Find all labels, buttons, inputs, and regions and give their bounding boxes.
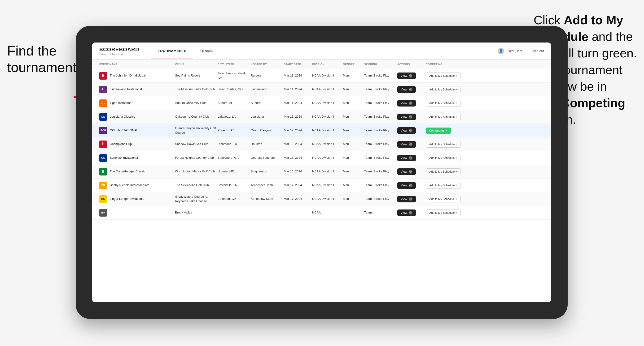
actions-cell: View ⓘ [397,196,426,202]
view-button[interactable]: View ⓘ [397,169,416,175]
event-name-text: Louisiana Classics [110,115,135,119]
scoring-cell: Team, Stroke Play [364,115,397,119]
gender-cell: Men [343,156,364,160]
city-state-cell: Lafayette, LA [218,115,251,119]
view-button[interactable]: View ⓘ [397,100,416,107]
competing-cell: Add to My Schedule + [426,141,482,148]
add-to-schedule-button[interactable]: Add to My Schedule + [426,86,461,93]
venue-cell: Forest Heights Country Club [175,156,218,160]
tab-tournaments[interactable]: TOURNAMENTS [151,42,193,59]
hosted-by-cell: Tennessee Tech [251,183,284,187]
actions-cell: View ⓘ [397,100,426,107]
view-button[interactable]: View ⓘ [397,72,416,79]
signout-link[interactable]: Sign out [532,49,544,53]
competing-cell: Add to My Schedule + [426,209,482,216]
team-logo: H [99,141,107,148]
event-name-cell: R The Johnnie - O Individual [99,72,175,80]
city-state-cell: Auburn, AL [218,101,251,105]
table-row: LA Louisiana Classics Oakbourne Country … [92,110,551,124]
venue-cell: Brook Valley [175,210,218,215]
table-wrap: EVENT NAME VENUE CITY, STATE HOSTED BY S… [92,59,551,302]
col-scoring: SCORING [364,63,397,66]
venue-cell: Oakbourne Country Club [175,115,218,119]
venue-cell: Grand Canyon University Golf Course [175,126,218,135]
table-row: H Champions Cup Shadow Hawk Golf Club Ri… [92,138,551,151]
actions-cell: View ⓘ [397,72,426,79]
info-icon: ⓘ [409,74,412,78]
scoring-cell: Team, Stroke Play [364,183,397,187]
division-cell: NCAA Division I [312,169,343,173]
add-to-schedule-button[interactable]: Add to My Schedule + [426,196,461,202]
table-row: L Lindenwood Invitational The Missouri B… [92,83,551,96]
start-date-cell: Mar 17, 2024 [284,183,312,187]
info-icon: ⓘ [409,183,412,187]
start-date-cell: Mar 11, 2024 [284,115,312,119]
start-date-cell: Mar 11, 2024 [284,87,312,91]
view-button[interactable]: View ⓘ [397,209,416,216]
view-button[interactable]: View ⓘ [397,182,416,189]
add-to-schedule-button[interactable]: Add to My Schedule + [426,182,461,189]
hosted-by-cell: Binghamton [251,169,284,173]
gender-cell: Men [343,128,364,133]
division-cell: NCAA Division I [312,101,343,105]
division-cell: NCAA [312,210,343,215]
competing-cell: Add to My Schedule + [426,72,482,79]
city-state-cell: Sevierville, TN [218,183,251,187]
venue-cell: The Sevierville Golf Club [175,183,218,187]
table-row: R The Johnnie - O Individual Sea Palms R… [92,69,551,83]
actions-cell: View ⓘ [397,127,426,134]
add-to-schedule-button[interactable]: Add to My Schedule + [426,114,461,120]
event-name-text: Tiger Invitational [110,101,132,105]
team-logo: KS [99,195,107,203]
start-date-cell: Mar 17, 2024 [284,197,312,201]
hosted-by-cell: Lindenwood [251,87,284,91]
gender-cell: Men [343,169,364,173]
actions-cell: View ⓘ [397,141,426,148]
venue-cell: Great Waters Course At Reynolds Lake Oco… [175,195,218,203]
add-to-schedule-button[interactable]: Add to My Schedule + [426,169,461,175]
city-state-cell: Phoenix, AZ [218,128,251,133]
hosted-by-cell: Louisiana [251,115,284,119]
col-city-state: CITY, STATE [218,63,251,66]
start-date-cell: Mar 11, 2024 [284,101,312,105]
start-date-cell: Mar 15, 2024 [284,156,312,160]
table-body: R The Johnnie - O Individual Sea Palms R… [92,69,551,220]
view-button[interactable]: View ⓘ [397,114,416,120]
event-name-text: Bobby Nichols Intercollegiate [110,183,150,187]
division-cell: NCAA Division I [312,183,343,187]
tab-teams[interactable]: TEAMS [193,42,220,59]
nav-tabs: TOURNAMENTS TEAMS [151,42,220,59]
competing-button[interactable]: Competing ✓ [426,128,451,134]
city-state-cell: Richmond, TX [218,142,251,146]
team-logo: LA [99,113,107,121]
app-logo: SCOREBOARD [99,46,139,53]
gender-cell: Men [343,142,364,146]
view-button[interactable]: View ⓘ [397,86,416,93]
event-name-text: The Carpetbagger Classic [110,169,146,173]
event-name-text: Schenkel Invitational [110,156,138,160]
add-to-schedule-button[interactable]: Add to My Schedule + [426,155,461,161]
col-gender: GENDER [343,63,364,66]
info-icon: ⓘ [409,197,412,201]
view-button[interactable]: View ⓘ [397,141,416,148]
add-to-schedule-button[interactable]: Add to My Schedule + [426,141,461,148]
hosted-by-cell: Rutgers [251,73,284,78]
city-state-cell: Urbana, MD [218,169,251,173]
competing-cell: Add to My Schedule + [426,155,482,161]
top-bar: SCOREBOARD Powered by clippd TOURNAMENTS… [92,42,551,59]
add-to-schedule-button[interactable]: Add to My Schedule + [426,209,461,216]
start-date-cell: Mar 12, 2024 [284,128,312,133]
table-row: GS Schenkel Invitational Forest Heights … [92,151,551,165]
table-row: B The Carpetbagger Classic Worthington M… [92,165,551,178]
add-to-schedule-button[interactable]: Add to My Schedule + [426,100,461,107]
col-competing: COMPETING [426,63,482,66]
city-state-cell: Saint Simons Island, GA [218,71,251,80]
add-to-schedule-button[interactable]: Add to My Schedule + [426,72,461,79]
team-logo: GCU [99,127,107,134]
team-logo: B [99,168,107,175]
tablet-screen: SCOREBOARD Powered by clippd TOURNAMENTS… [92,42,551,302]
view-button[interactable]: View ⓘ [397,196,416,202]
view-button[interactable]: View ⓘ [397,155,416,161]
view-button[interactable]: View ⓘ [397,127,416,134]
division-cell: NCAA Division I [312,156,343,160]
